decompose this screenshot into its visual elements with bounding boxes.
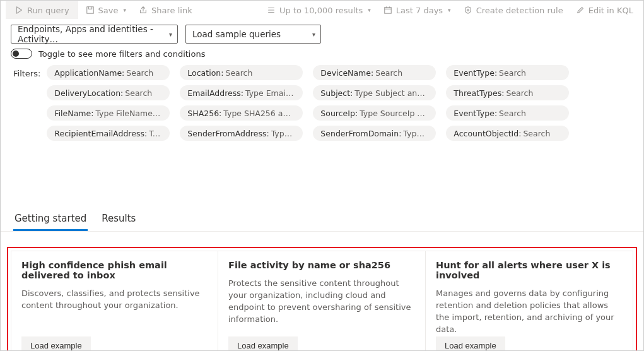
scope-select-value: Endpoints, Apps and identities - Activit… [18, 24, 169, 44]
chevron-down-icon: ▾ [312, 31, 315, 38]
tabs: Getting started Results [1, 206, 643, 232]
chevron-down-icon: ▾ [124, 7, 127, 13]
filter-value: Search [375, 68, 402, 78]
filter-key: SHA256: [187, 109, 221, 118]
filter-chip[interactable]: SourceIp: Type SourceIp and pre… [313, 105, 436, 121]
filter-value: Type SHA256 and pres… [223, 109, 295, 118]
filter-value: Type SourceIp and pre… [360, 109, 428, 118]
filter-grid: ApplicationName: SearchLocation: SearchD… [47, 65, 569, 141]
card-description: Discovers, classifies, and protects sens… [21, 288, 208, 312]
filters-toggle-label: Toggle to see more filters and condition… [38, 49, 205, 59]
run-query-label: Run query [27, 6, 69, 15]
load-sample-value: Load sample queries [192, 29, 281, 39]
filter-key: EventType: [454, 68, 497, 78]
filter-key: AccountObjectId: [454, 129, 521, 138]
time-range-label: Last 7 days [396, 6, 443, 15]
chevron-down-icon: ▾ [448, 7, 451, 13]
share-link-button[interactable]: Share link [134, 1, 197, 19]
edit-in-kql-button[interactable]: Edit in KQL [571, 1, 638, 19]
filters-label: Filters: [13, 65, 40, 78]
filter-key: ApplicationName: [54, 68, 124, 78]
filter-chip[interactable]: EventType: Search [446, 105, 569, 121]
load-example-button[interactable]: Load example [21, 336, 91, 351]
filter-key: DeviceName: [320, 68, 373, 78]
top-toolbar: Run query Save ▾ Share link Up to 10,000… [1, 1, 643, 20]
share-link-label: Share link [151, 6, 192, 15]
getting-started-cards: High confidence phish email delivered to… [7, 247, 637, 351]
filter-key: EmailAddress: [187, 88, 243, 98]
example-card: File activity by name or sha256Protects … [218, 251, 426, 351]
load-example-button[interactable]: Load example [228, 336, 298, 351]
filters-toggle-row: Toggle to see more filters and condition… [1, 46, 643, 62]
filter-chip[interactable]: Location: Search [180, 65, 303, 80]
filter-key: DeliveryLocation: [54, 88, 123, 98]
filter-value: Type Sende… [403, 129, 428, 138]
chevron-down-icon: ▾ [169, 31, 172, 38]
edit-kql-label: Edit in KQL [588, 6, 633, 15]
filter-value: Search [499, 68, 526, 78]
example-card: Hunt for all alerts where user X is invo… [425, 251, 633, 351]
scope-select[interactable]: Endpoints, Apps and identities - Activit… [11, 25, 178, 44]
filter-key: SenderFromAddress: [187, 129, 269, 138]
filter-chip[interactable]: DeliveryLocation: Search [47, 85, 170, 100]
results-limit-label: Up to 10,000 results [279, 6, 363, 15]
filter-value: Type Send… [271, 129, 296, 138]
tab-getting-started[interactable]: Getting started [13, 206, 88, 231]
load-example-button[interactable]: Load example [436, 336, 505, 351]
card-title: High confidence phish email delivered to… [21, 260, 208, 280]
filter-value: Search [126, 68, 153, 78]
filter-value: Search [125, 88, 152, 98]
filter-chip[interactable]: AccountObjectId: Search [446, 126, 569, 141]
filter-chip[interactable]: FileName: Type FileName and pr… [47, 105, 170, 121]
filter-chip[interactable]: ApplicationName: Search [47, 65, 170, 80]
results-limit-button[interactable]: Up to 10,000 results ▾ [262, 1, 376, 19]
filter-chip[interactable]: RecipientEmailAddress: Type Rec… [47, 126, 170, 141]
filter-key: SenderFromDomain: [320, 129, 401, 138]
run-query-button[interactable]: Run query [6, 1, 78, 19]
filter-chip[interactable]: Subject: Type Subject and press … [313, 85, 436, 100]
filter-value: Search [506, 88, 533, 98]
shield-add-icon [464, 6, 472, 15]
scope-selects-row: Endpoints, Apps and identities - Activit… [1, 20, 643, 46]
filter-value: Search [523, 129, 550, 138]
filter-chip[interactable]: DeviceName: Search [313, 65, 436, 80]
filter-chip[interactable]: SenderFromAddress: Type Send… [180, 126, 303, 141]
filters-section: Filters: ApplicationName: SearchLocation… [1, 62, 643, 143]
filter-value: Search [499, 109, 526, 118]
create-rule-label: Create detection rule [476, 6, 563, 15]
tab-getting-started-label: Getting started [15, 213, 86, 224]
filter-chip[interactable]: EmailAddress: Type EmailAddres… [180, 85, 303, 100]
filters-toggle[interactable] [11, 49, 32, 59]
play-icon [15, 6, 23, 15]
card-description: Manages and governs data by configuring … [436, 288, 623, 335]
filter-value: Type Subject and press … [354, 88, 428, 98]
filter-value: Type FileName and pr… [95, 109, 162, 118]
tab-results[interactable]: Results [100, 206, 137, 231]
filter-chip[interactable]: EventType: Search [446, 65, 569, 80]
svg-rect-4 [385, 8, 392, 14]
save-label: Save [98, 6, 119, 15]
save-button[interactable]: Save ▾ [81, 1, 131, 19]
svg-rect-0 [86, 7, 93, 14]
example-card: High confidence phish email delivered to… [11, 251, 218, 351]
filter-chip[interactable]: ThreatTypes: Search [446, 85, 569, 100]
edit-icon [576, 6, 585, 15]
list-icon [267, 6, 276, 15]
filter-value: Search [225, 68, 252, 78]
filter-key: ThreatTypes: [454, 88, 504, 98]
filter-key: SourceIp: [320, 109, 358, 118]
filter-chip[interactable]: SHA256: Type SHA256 and pres… [180, 105, 303, 121]
save-icon [86, 6, 95, 15]
card-description: Protects the sensitive content throughou… [228, 278, 415, 325]
card-title: Hunt for all alerts where user X is invo… [436, 260, 623, 280]
filter-value: Type EmailAddres… [245, 88, 295, 98]
filter-chip[interactable]: SenderFromDomain: Type Sende… [313, 126, 436, 141]
filter-key: Subject: [320, 88, 353, 98]
share-icon [139, 6, 148, 15]
time-range-button[interactable]: Last 7 days ▾ [378, 1, 456, 19]
filter-key: Location: [187, 68, 223, 78]
load-sample-select[interactable]: Load sample queries ▾ [185, 25, 321, 44]
filter-key: FileName: [54, 109, 93, 118]
create-detection-rule-button[interactable]: Create detection rule [459, 1, 568, 19]
filter-key: RecipientEmailAddress: [54, 129, 147, 138]
